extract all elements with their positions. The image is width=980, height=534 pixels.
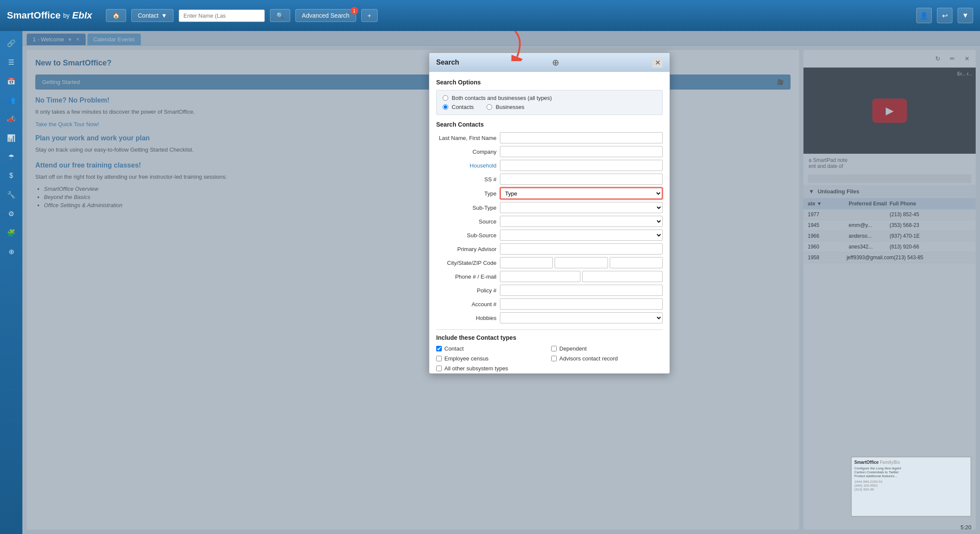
search-contacts-label: Search Contacts: [436, 121, 663, 128]
search-button[interactable]: 🔍: [270, 9, 290, 22]
user-icon: 👤: [920, 12, 928, 20]
field-city-state-zip: City/State/ZIP Code: [436, 257, 663, 268]
sidebar: 🔗 ☰ 📅 👥 📣 📊 ☂ $ 🔧 ⚙ 🧩 ⊕: [0, 31, 22, 534]
radio-contacts[interactable]: [443, 104, 448, 110]
checkbox-dependent-row: Dependent: [551, 345, 663, 352]
field-source: Source: [436, 216, 663, 227]
sidebar-item-menu[interactable]: ☰: [3, 54, 19, 70]
zip-input[interactable]: [610, 257, 663, 268]
sidebar-item-umbrella[interactable]: ☂: [3, 149, 19, 165]
add-icon: +: [368, 12, 371, 19]
brand-ebix: EbIx: [72, 10, 92, 21]
radio-group: Both contacts and businesses (all types)…: [443, 95, 656, 110]
checkbox-advisors-contact[interactable]: [551, 356, 557, 361]
field-primary-advisor: Primary Advisor: [436, 243, 663, 255]
advanced-search-button[interactable]: Advanced Search 1: [295, 9, 356, 22]
close-icon: ✕: [655, 59, 661, 67]
email-input[interactable]: [582, 271, 663, 282]
type-select[interactable]: Type: [500, 187, 663, 199]
city-input[interactable]: [500, 257, 553, 268]
checkbox-contact[interactable]: [436, 346, 442, 351]
add-button[interactable]: +: [361, 9, 378, 22]
last-name-input[interactable]: [500, 132, 663, 143]
modal-close-button[interactable]: ✕: [652, 57, 663, 68]
home-button[interactable]: 🏠: [106, 9, 126, 22]
radio-both[interactable]: [443, 95, 448, 101]
company-input[interactable]: [500, 146, 663, 157]
mini-preview: SmartOffice FamilyBiz Configure the Long…: [851, 456, 971, 517]
radio-row-both: Both contacts and businesses (all types): [443, 95, 656, 101]
last-name-label: Last Name, First Name: [436, 135, 496, 141]
contact-dropdown-button[interactable]: Contact ▼: [131, 9, 174, 22]
search-form: Last Name, First Name Company Household …: [436, 132, 663, 323]
nav-dropdown-button[interactable]: ▼: [958, 8, 973, 23]
user-button[interactable]: 👤: [916, 8, 932, 23]
phone-input[interactable]: [500, 271, 580, 282]
sidebar-item-dollar[interactable]: $: [3, 168, 19, 183]
ss-input[interactable]: [500, 174, 663, 185]
account-input[interactable]: [500, 298, 663, 310]
mini-preview-detail: 1944-994-2154-51 (940) 100-5551 (313) 92…: [854, 480, 968, 491]
primary-advisor-label: Primary Advisor: [436, 246, 496, 252]
ss-label: SS #: [436, 176, 496, 183]
contact-dropdown-icon: ▼: [161, 12, 167, 19]
checkbox-all-other[interactable]: [436, 366, 442, 371]
sub-source-select[interactable]: [500, 230, 663, 241]
field-last-name: Last Name, First Name: [436, 132, 663, 143]
sidebar-item-contacts[interactable]: 👥: [3, 92, 19, 108]
contact-search-input[interactable]: [179, 9, 265, 22]
sidebar-item-tools[interactable]: 🔧: [3, 187, 19, 202]
clock: 5:20: [961, 524, 971, 531]
search-modal: Search ⊕ ✕ Search Options Both contacts …: [429, 53, 670, 374]
modal-header[interactable]: Search ⊕ ✕: [429, 53, 670, 72]
source-label: Source: [436, 218, 496, 225]
sidebar-item-circle[interactable]: ⊕: [3, 244, 19, 259]
checkbox-employee-census-label: Employee census: [444, 355, 489, 362]
checkbox-all-other-label: All other subsystem types: [444, 365, 508, 372]
sub-source-label: Sub-Source: [436, 232, 496, 239]
sub-type-select[interactable]: [500, 202, 663, 213]
phone-email-label: Phone # / E-mail: [436, 273, 496, 280]
sidebar-item-settings[interactable]: ⚙: [3, 206, 19, 221]
city-state-zip-label: City/State/ZIP Code: [436, 260, 496, 266]
company-label: Company: [436, 149, 496, 155]
checkbox-employee-census[interactable]: [436, 356, 442, 361]
sidebar-item-link[interactable]: 🔗: [3, 35, 19, 51]
sidebar-item-megaphone[interactable]: 📣: [3, 111, 19, 127]
radio-both-label: Both contacts and businesses (all types): [452, 95, 552, 101]
radio-businesses[interactable]: [487, 104, 492, 110]
modal-body: Search Options Both contacts and busines…: [429, 72, 670, 373]
primary-advisor-input[interactable]: [500, 243, 663, 255]
divider: [436, 329, 663, 330]
hobbies-select[interactable]: [500, 312, 663, 323]
brand-name: SmartOffice: [7, 10, 61, 21]
checkbox-advisors-contact-label: Advisors contact record: [559, 355, 618, 362]
mini-preview-text: Configure the Long Item Agent Carbon Cre…: [854, 466, 968, 478]
city-state-zip-inputs: [500, 257, 663, 268]
radio-contacts-row: Contacts: [443, 104, 474, 110]
checkbox-employee-census-row: Employee census: [436, 355, 548, 362]
state-input[interactable]: [555, 257, 608, 268]
sidebar-item-chart[interactable]: 📊: [3, 130, 19, 146]
search-options-label: Search Options: [436, 79, 663, 86]
top-nav: SmartOffice by EbIx 🏠 Contact ▼ 🔍 Advanc…: [0, 0, 980, 31]
sidebar-item-puzzle[interactable]: 🧩: [3, 225, 19, 240]
logout-button[interactable]: ↩: [937, 8, 952, 23]
hobbies-label: Hobbies: [436, 315, 496, 321]
checkbox-dependent[interactable]: [551, 346, 557, 351]
advanced-search-label: Advanced Search: [302, 12, 350, 19]
radio-businesses-row: Businesses: [487, 104, 524, 110]
source-select[interactable]: [500, 216, 663, 227]
policy-input[interactable]: [500, 285, 663, 296]
household-input[interactable]: [500, 160, 663, 171]
field-type: Type Type: [436, 187, 663, 199]
advanced-search-badge: 1: [350, 7, 358, 15]
field-policy: Policy #: [436, 285, 663, 296]
field-household: Household: [436, 160, 663, 171]
checkbox-contact-row: Contact: [436, 345, 548, 352]
field-sub-source: Sub-Source: [436, 230, 663, 241]
phone-email-inputs: [500, 271, 663, 282]
sidebar-item-calendar[interactable]: 📅: [3, 73, 19, 89]
checkbox-contact-label: Contact: [444, 345, 464, 352]
home-icon: 🏠: [112, 12, 120, 19]
